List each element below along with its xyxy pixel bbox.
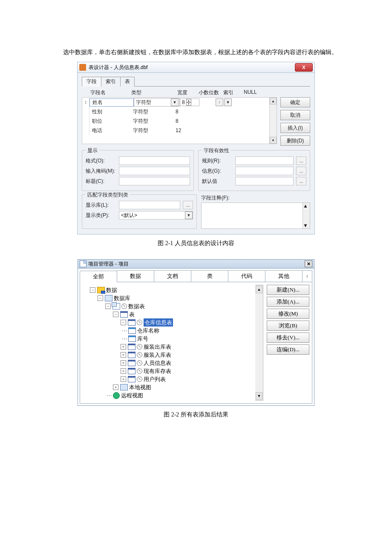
expander-icon[interactable]: − xyxy=(90,287,95,293)
mask-input[interactable] xyxy=(119,167,190,175)
tab-docs[interactable]: 文档 xyxy=(154,270,191,282)
expander-icon[interactable]: + xyxy=(121,368,126,374)
project-tree[interactable]: −数据 −数据库 −数据表 −表 −仓库信息表 ⋯仓库名称 ⋯库号 +服装出库表… xyxy=(82,285,255,401)
tree-node[interactable]: 服装入库表 xyxy=(144,351,171,359)
expander-icon[interactable]: − xyxy=(105,304,111,309)
col-null: NULL xyxy=(244,89,261,96)
caption-input[interactable] xyxy=(119,177,190,185)
build-button[interactable]: 连编(D)... xyxy=(267,344,309,355)
expander-icon[interactable]: − xyxy=(113,312,118,317)
mask-label: 输入掩码(M): xyxy=(86,168,116,175)
rule-input[interactable] xyxy=(235,156,294,165)
project-icon xyxy=(80,260,86,267)
new-button[interactable]: 新建(N)... xyxy=(267,285,309,295)
row-handle-icon[interactable]: ↕ xyxy=(82,98,89,107)
tree-node[interactable]: 人员信息表 xyxy=(144,359,171,367)
scroll-up-icon[interactable]: ▲ xyxy=(303,203,310,209)
scroll-down-icon[interactable]: ▼ xyxy=(303,223,310,228)
data-icon xyxy=(97,287,105,293)
chevron-down-icon[interactable]: ▼ xyxy=(224,98,232,106)
default-label: 默认值 xyxy=(202,178,233,185)
tree-node[interactable]: 仓库名称 xyxy=(137,327,159,335)
tab-table[interactable]: 表 xyxy=(120,77,135,87)
tree-node[interactable]: 数据 xyxy=(106,286,117,294)
cancel-button[interactable]: 取消 xyxy=(280,110,310,120)
display-group: 显示 格式(O): 输入掩码(M): 标题(C): xyxy=(82,150,194,191)
scrollbar[interactable]: ▲▼ xyxy=(303,203,310,228)
expander-icon[interactable]: + xyxy=(113,384,118,390)
chevron-down-icon[interactable]: ▼ xyxy=(171,98,179,106)
table-icon xyxy=(128,376,135,382)
exclude-icon xyxy=(137,368,142,374)
tree-node-selected[interactable]: 仓库信息表 xyxy=(144,318,173,327)
tab-other[interactable]: 其他 xyxy=(265,270,303,282)
local-view-icon xyxy=(120,384,128,390)
add-button[interactable]: 添加(A)... xyxy=(267,297,309,307)
ok-button[interactable]: 确定 xyxy=(280,97,310,107)
field-grid[interactable]: ↕ 姓名 字符型▼ 8▴▾ ↑▼ 性别字符型8 职位字符型8 xyxy=(82,97,277,144)
expander-icon[interactable]: − xyxy=(121,320,126,325)
figure-1-caption: 图 2-1 人员信息表的设计内容 xyxy=(51,240,341,247)
spinner-icon[interactable]: ▴▾ xyxy=(186,99,191,106)
col-width: 宽度 xyxy=(177,89,199,96)
expander-icon[interactable]: + xyxy=(121,352,126,358)
exclude-icon xyxy=(137,376,142,382)
tab-code[interactable]: 代码 xyxy=(228,270,265,282)
field-row[interactable]: 职位字符型8 xyxy=(82,116,277,126)
field-row[interactable]: ↕ 姓名 字符型▼ 8▴▾ ↑▼ xyxy=(82,98,277,107)
tree-node[interactable]: 表 xyxy=(129,310,135,318)
scrollbar[interactable]: ▲▼ xyxy=(269,98,277,144)
tree-node[interactable]: 服装出库表 xyxy=(144,343,171,351)
tab-fields[interactable]: 字段 xyxy=(82,77,101,87)
comment-textarea[interactable]: ▲▼ xyxy=(201,202,310,229)
tree-node[interactable]: 库号 xyxy=(137,335,148,343)
close-button[interactable]: X xyxy=(295,63,313,72)
default-browse-button[interactable]: ... xyxy=(296,177,306,185)
expander-icon[interactable]: + xyxy=(121,344,126,350)
col-index: 索引 xyxy=(223,89,244,96)
exclude-icon xyxy=(137,344,142,350)
field-width-input[interactable]: 8▴▾ xyxy=(180,98,199,106)
sort-asc-icon[interactable]: ↑ xyxy=(216,98,223,106)
tree-node[interactable]: 本地视图 xyxy=(129,383,151,391)
lib-input[interactable] xyxy=(119,201,180,209)
rule-browse-button[interactable]: ... xyxy=(296,156,306,165)
tree-node[interactable]: 远程视图 xyxy=(121,391,143,399)
chevron-down-icon[interactable]: ▼ xyxy=(185,211,193,219)
msg-browse-button[interactable]: ... xyxy=(296,167,306,175)
format-input[interactable] xyxy=(119,156,190,165)
tab-classes[interactable]: 类 xyxy=(191,270,228,282)
tree-node[interactable]: 用户列表 xyxy=(144,375,166,383)
tab-data[interactable]: 数据 xyxy=(117,270,154,282)
delete-button[interactable]: 删除(D) xyxy=(280,136,310,146)
exclude-icon xyxy=(121,304,127,309)
expander-icon[interactable]: + xyxy=(121,360,126,366)
close-button[interactable]: ✕ xyxy=(305,260,312,267)
scroll-down-icon: ▼ xyxy=(270,137,277,144)
tree-node[interactable]: 数据库 xyxy=(114,294,130,302)
msg-input[interactable] xyxy=(235,167,294,175)
modify-button[interactable]: 修改(M) xyxy=(267,309,309,319)
field-row[interactable]: 性别字符型8 xyxy=(82,107,277,116)
lib-browse-button[interactable]: ... xyxy=(183,201,193,209)
caption-label: 标题(C): xyxy=(86,178,116,185)
browse-button[interactable]: 浏览(B) xyxy=(267,321,309,331)
table-icon xyxy=(128,368,135,374)
field-name-input[interactable]: 姓名 xyxy=(89,98,134,107)
tab-index[interactable]: 索引 xyxy=(101,77,121,87)
class-select[interactable]: <默认>▼ xyxy=(119,211,193,220)
field-row[interactable]: 电话字符型12 xyxy=(82,126,277,135)
default-input[interactable] xyxy=(235,177,294,185)
expander-icon[interactable]: − xyxy=(98,295,103,301)
scroll-down-icon: ▼ xyxy=(256,392,262,400)
column-headers: 字段名 类型 宽度 小数位数 索引 NULL xyxy=(90,89,310,96)
tree-node[interactable]: 数据表 xyxy=(128,302,145,310)
remove-button[interactable]: 移去(V)... xyxy=(267,332,309,343)
tab-all[interactable]: 全部 xyxy=(80,271,117,282)
expander-icon[interactable]: + xyxy=(121,376,126,382)
tree-node[interactable]: 现有库存表 xyxy=(144,367,171,375)
scrollbar[interactable]: ▲▼ xyxy=(255,285,263,401)
collapse-button[interactable]: ↑ xyxy=(302,270,312,282)
insert-button[interactable]: 插入(I) xyxy=(280,123,310,133)
field-type-select[interactable]: 字符型▼ xyxy=(134,98,180,107)
